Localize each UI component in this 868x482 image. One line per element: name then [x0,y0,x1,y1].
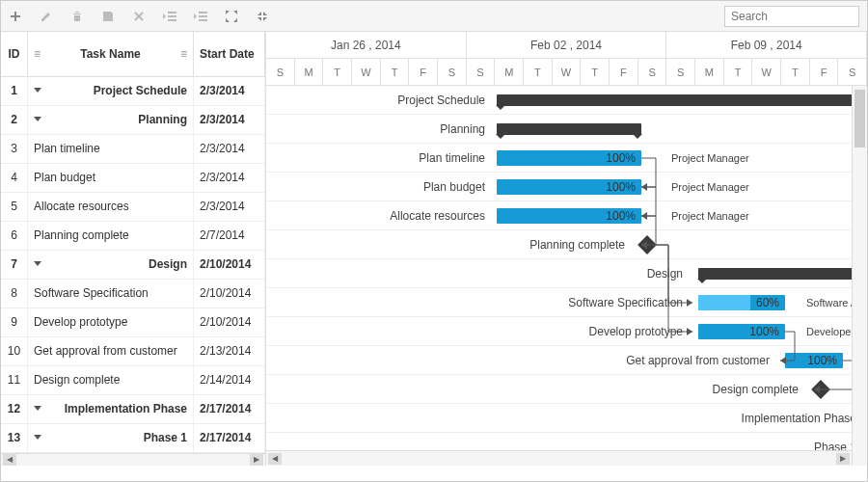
day-header: M [295,59,324,86]
gantt-row: Develop prototype100%Developer [266,317,867,346]
col-name[interactable]: ≡Task Name≡ [28,32,194,76]
task-bar[interactable]: 100% [497,208,641,224]
resource-label: Project Manager [671,181,749,193]
day-header: T [781,59,810,86]
outdent-icon[interactable] [163,10,176,23]
table-row[interactable]: 2 Planning 2/3/2014 [1,106,265,135]
day-header: W [352,59,381,86]
summary-bar[interactable] [497,123,641,135]
resource-label: Project Manager [671,152,749,164]
table-row[interactable]: 12 Implementation Phase 2/17/2014 [1,395,265,424]
cell-date: 2/14/2014 [194,366,265,394]
collapse-icon[interactable] [256,10,269,23]
cell-name: Plan timeline [28,135,194,163]
cell-name: Planning complete [28,222,194,250]
cell-name: Software Specification [28,280,194,308]
cell-name: Develop prototype [28,308,194,336]
task-bar[interactable]: 100% [785,353,843,368]
day-header: S [467,59,496,86]
cell-name: Project Schedule [28,77,194,105]
table-row[interactable]: 8 Software Specification 2/10/2014 [1,280,265,308]
cell-name: Phase 1 [28,424,194,452]
cell-id: 6 [1,222,28,250]
task-bar[interactable]: 60% [698,295,785,310]
toolbar [1,1,867,32]
plus-icon[interactable] [9,10,22,23]
gantt-row: Plan budget100%Project Manager [266,173,867,201]
day-header: F [610,59,638,86]
col-id[interactable]: ID [1,32,28,76]
progress-label: 100% [807,354,837,367]
table-row[interactable]: 13 Phase 1 2/17/2014 [1,424,265,453]
cell-id: 11 [1,366,28,394]
gantt-row: Get approval from customer100% [266,346,867,375]
col-date[interactable]: Start Date [194,32,265,76]
task-label: Develop prototype [266,325,691,338]
indent-icon[interactable] [194,10,207,23]
table-row[interactable]: 9 Develop prototype 2/10/2014 [1,308,265,337]
table-row[interactable]: 1 Project Schedule 2/3/2014 [1,77,265,106]
task-bar[interactable]: 100% [698,324,785,339]
gantt-scrollbar-h[interactable]: ◀▶ [266,450,852,466]
table-row[interactable]: 5 Allocate resources 2/3/2014 [1,193,265,222]
gantt-row: Design [266,259,867,288]
progress-label: 100% [606,180,636,194]
cell-name: Get approval from customer [28,337,194,365]
cell-id: 13 [1,424,28,452]
summary-bar[interactable] [497,94,863,106]
task-bar[interactable]: 100% [497,179,641,195]
caret-icon[interactable] [34,435,41,440]
gantt-scrollbar-v[interactable] [852,86,867,466]
caret-icon[interactable] [34,261,41,266]
day-header: T [323,59,352,86]
task-label: Design [266,267,691,281]
cell-name: Implementation Phase [28,395,194,423]
cell-date: 2/10/2014 [194,280,265,308]
table-row[interactable]: 6 Planning complete 2/7/2014 [1,222,265,251]
cell-date: 2/3/2014 [194,193,265,221]
cell-date: 2/17/2014 [194,424,265,452]
day-header: S [266,59,295,86]
week-header: Jan 26 , 2014 [266,32,467,59]
cell-date: 2/13/2014 [194,337,265,365]
summary-bar[interactable] [698,268,862,280]
milestone-marker[interactable] [637,235,657,254]
pencil-icon[interactable] [40,10,53,23]
gantt-row: Plan timeline100%Project Manager [266,144,867,173]
grid-scrollbar-h[interactable]: ◀▶ [1,453,265,466]
task-bar[interactable]: 100% [497,150,641,166]
day-header: T [581,59,610,86]
gantt-row: Design complete [266,375,867,404]
save-icon[interactable] [101,10,115,23]
milestone-marker[interactable] [811,380,830,399]
search-input[interactable] [724,6,859,27]
task-label: Design complete [266,383,806,396]
progress-fill [698,295,750,310]
cell-id: 10 [1,337,28,365]
progress-label: 100% [749,325,779,338]
table-row[interactable]: 7 Design 2/10/2014 [1,251,265,280]
gantt-row: Planning complete [266,230,867,259]
day-header: T [724,59,753,86]
table-row[interactable]: 11 Design complete 2/14/2014 [1,366,265,395]
table-row[interactable]: 4 Plan budget 2/3/2014 [1,164,265,193]
trash-icon[interactable] [70,10,84,23]
cell-id: 4 [1,164,28,192]
day-header: F [810,59,839,86]
progress-label: 100% [606,151,636,165]
day-header: T [524,59,553,86]
day-header: M [495,59,524,86]
caret-icon[interactable] [34,117,41,121]
close-icon[interactable] [132,10,146,23]
expand-icon[interactable] [225,10,238,23]
cell-id: 12 [1,395,28,423]
cell-name: Planning [28,106,194,134]
table-row[interactable]: 3 Plan timeline 2/3/2014 [1,135,265,164]
caret-icon[interactable] [34,406,41,411]
caret-icon[interactable] [34,88,41,93]
table-row[interactable]: 10 Get approval from customer 2/13/2014 [1,337,265,366]
cell-name: Design [28,251,194,279]
gantt-row: Allocate resources100%Project Manager [266,201,867,230]
task-label: Allocate resources [266,209,493,223]
cell-date: 2/10/2014 [194,251,265,279]
